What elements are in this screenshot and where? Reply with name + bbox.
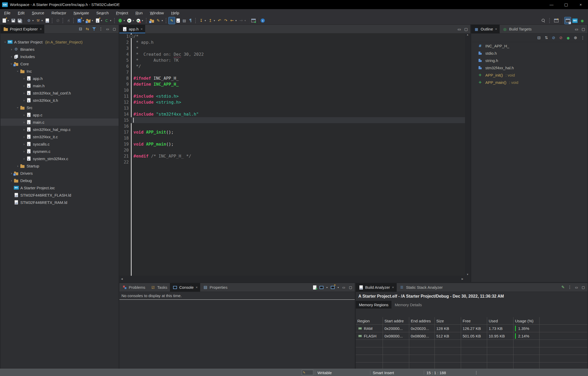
analyzer-view-menu-icon[interactable]: ⋮ <box>567 285 572 290</box>
open-perspective-button[interactable] <box>553 17 559 24</box>
column-header-size[interactable]: Size <box>435 317 461 324</box>
outline-view-menu-icon[interactable]: ⋮ <box>580 35 585 40</box>
new-source-folder-button[interactable]: C▾ <box>85 17 94 24</box>
menu-source[interactable]: Source <box>28 11 48 15</box>
code-line-2[interactable]: * app.h <box>132 39 465 45</box>
save-all-button[interactable] <box>16 17 23 24</box>
expander-icon[interactable]: › <box>3 40 7 44</box>
tree-item-debug[interactable]: ›Debug <box>1 177 119 184</box>
horizontal-scrollbar[interactable]: ◀▶ <box>119 276 465 282</box>
code-line-16[interactable] <box>132 123 465 129</box>
column-header-start-addre[interactable]: Start addre <box>383 317 409 324</box>
analyzer-edit-pencil-icon[interactable]: ✎ <box>560 285 566 290</box>
expander-icon[interactable]: › <box>9 55 14 59</box>
code-text[interactable]: /* * app.h * * Created on: Dec 30, 2022 … <box>132 33 465 276</box>
tree-item-stm32f446retx-flash.ld[interactable]: LDSTM32F446RETX_FLASH.ld <box>1 191 119 199</box>
new-wizard-button[interactable]: ▾ <box>1 17 10 24</box>
menu-file[interactable]: File <box>1 11 14 15</box>
code-line-4[interactable]: * Created on: Dec 30, 2022 <box>132 51 465 57</box>
subtab-memory-details[interactable]: Memory Details <box>391 301 425 309</box>
close-icon[interactable]: × <box>40 27 42 31</box>
close-icon[interactable]: × <box>196 285 198 289</box>
expander-icon[interactable]: › <box>22 77 26 80</box>
attach-launch-button[interactable]: ☝ <box>65 17 72 24</box>
maximize-view-icon[interactable]: ▢ <box>463 27 469 32</box>
tree-item-stm32f446retx-ram.ld[interactable]: LDSTM32F446RETX_RAM.ld <box>1 199 119 206</box>
tree-item-a-starter-project[interactable]: ›IDEA Starter Project (in A_Starter_Proj… <box>1 38 119 46</box>
code-line-19[interactable]: void APP_main(); <box>132 141 465 147</box>
tree-item-stm32f4xx-hal-msp.c[interactable]: ›cstm32f4xx_hal_msp.c <box>1 126 119 133</box>
open-element-button[interactable]: ⚙ <box>149 17 155 24</box>
code-line-7[interactable] <box>132 69 465 75</box>
tree-item-main.h[interactable]: ›hmain.h <box>1 82 119 89</box>
table-row-flash[interactable]: FLASH0x08000...0x08080...512 KB501.05 KB… <box>356 332 587 340</box>
console-maximize-icon[interactable]: ▢ <box>348 285 353 290</box>
outline-item-string.h[interactable]: string.h <box>471 57 587 64</box>
tree-item-src[interactable]: ›Src <box>1 104 119 111</box>
column-header-region[interactable]: Region <box>356 317 383 324</box>
back-button[interactable]: ←▾ <box>229 17 238 24</box>
debug-perspective-button[interactable]: ● <box>579 17 585 24</box>
expander-icon[interactable]: › <box>10 62 14 66</box>
console-pin-console-icon[interactable] <box>312 285 317 290</box>
tree-item-sysmem.c[interactable]: ›csysmem.c <box>1 148 119 155</box>
code-line-17[interactable]: void APP_init(); <box>132 129 465 135</box>
menu-edit[interactable]: Edit <box>14 11 28 15</box>
show-whitespace-button[interactable]: ¶ <box>187 17 194 24</box>
code-line-9[interactable]: #define INC_APP_H_ <box>132 81 465 87</box>
tree-item-binaries[interactable]: ›⚙Binaries <box>1 46 119 53</box>
outline-hide-non-public-icon[interactable]: ● <box>566 35 571 40</box>
debug-button[interactable]: ▾ <box>117 17 126 24</box>
expander-icon[interactable]: › <box>9 179 14 183</box>
expander-icon[interactable]: › <box>16 105 20 110</box>
menu-navigate[interactable]: Navigate <box>70 11 93 15</box>
explorer-minimize-icon[interactable]: ▭ <box>105 27 110 32</box>
column-header-usage-[interactable]: Usage (%) <box>513 317 540 324</box>
status-menu-dots-icon[interactable]: ⋮ <box>474 369 478 376</box>
minimize-window-button[interactable]: — <box>544 0 559 9</box>
analyzer-maximize-icon[interactable]: ▢ <box>581 285 586 290</box>
new-c-file-button[interactable]: C▾ <box>94 17 103 24</box>
code-line-22[interactable] <box>132 159 465 165</box>
tab-app-h[interactable]: .h app.h × <box>119 25 145 33</box>
code-line-11[interactable]: #include <stdio.h> <box>132 93 465 99</box>
explorer-filter-icon[interactable] <box>91 27 97 32</box>
code-line-5[interactable]: * Author: TK <box>132 57 465 63</box>
tree-item-syscalls.c[interactable]: ›csyscalls.c <box>1 140 119 148</box>
info-button[interactable]: i <box>260 17 266 24</box>
close-icon[interactable]: × <box>495 27 497 31</box>
next-annotation-button[interactable]: ↧▾ <box>198 17 207 24</box>
tab-console[interactable]: Console× <box>170 283 200 292</box>
build-button[interactable]: ⚒▾ <box>35 17 44 24</box>
tree-item-drivers[interactable]: ›CDrivers <box>1 170 119 177</box>
tab-outline[interactable]: ▦ Outline × <box>471 25 500 33</box>
binary-file-button[interactable]: 010 <box>44 17 50 24</box>
pin-editor-button[interactable] <box>250 17 256 24</box>
tree-item-app.c[interactable]: ›capp.c <box>1 111 119 118</box>
sash-console-analyzer[interactable] <box>355 283 356 369</box>
expander-icon[interactable]: › <box>22 149 26 153</box>
close-icon[interactable]: × <box>141 27 143 31</box>
new-c-project-button[interactable]: C▾ <box>76 17 85 24</box>
close-window-button[interactable]: × <box>573 0 588 9</box>
last-edit-arrow-button[interactable]: ↶ <box>216 17 223 24</box>
tree-item-app.h[interactable]: ›happ.h <box>1 75 119 82</box>
tree-item-a-starter-project.ioc[interactable]: MXA Starter Project.ioc <box>1 184 119 191</box>
outline-sort-icon[interactable]: ⇅ <box>544 35 549 40</box>
build-all-button[interactable]: ⚙▾ <box>26 17 35 24</box>
toggle-mark-occurrences-button[interactable]: ✎ <box>169 17 175 24</box>
outline-item-stdio.h[interactable]: stdio.h <box>471 49 587 57</box>
expander-icon[interactable]: › <box>9 171 14 175</box>
explorer-view-menu-icon[interactable]: ⋮ <box>98 27 103 32</box>
previous-annotation-button[interactable]: ↥▾ <box>207 17 216 24</box>
minimize-view-icon[interactable]: ▭ <box>574 27 579 32</box>
fold-marker-icon[interactable]: − <box>129 34 133 38</box>
minimize-view-icon[interactable]: ▭ <box>457 27 462 32</box>
menu-window[interactable]: Window <box>146 11 167 15</box>
expander-icon[interactable]: › <box>16 69 20 73</box>
column-header-end-addres[interactable]: End addres <box>409 317 435 324</box>
table-row-ram[interactable]: RAM0x20000...0x20020...128 KB126.27 KB1.… <box>356 325 587 332</box>
code-line-6[interactable]: */ <box>132 63 465 69</box>
search-button[interactable] <box>540 17 547 24</box>
tree-item-inc[interactable]: ›Inc <box>1 67 119 75</box>
